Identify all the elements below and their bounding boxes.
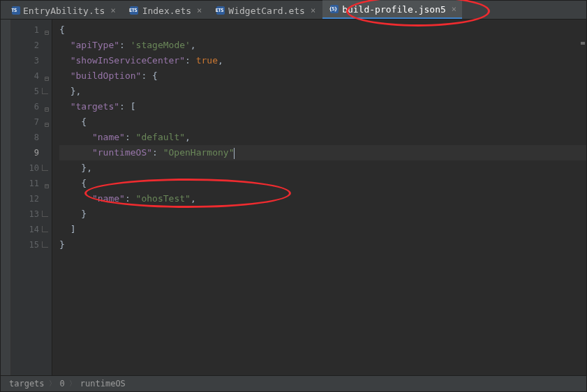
editor-tab[interactable]: ETSIndex.ets× <box>123 1 208 19</box>
code-line[interactable]: "showInServiceCenter": true, <box>59 53 586 68</box>
line-number[interactable]: 5 <box>11 84 52 99</box>
ets-file-icon: ETS <box>214 6 224 15</box>
editor-tab[interactable]: ETSWidgetCard.ets× <box>209 1 321 19</box>
editor-tab[interactable]: {5}build-profile.json5× <box>322 0 462 19</box>
breadcrumb-bar: targets 〉 0 〉 runtimeOS <box>1 375 586 391</box>
code-line[interactable]: "runtimeOS": "OpenHarmony" <box>59 145 586 160</box>
fold-end-icon <box>42 226 48 232</box>
chevron-right-icon: 〉 <box>49 379 56 389</box>
line-number[interactable]: 10 <box>11 160 52 176</box>
fold-end-icon <box>42 241 48 248</box>
left-edge-panel <box>1 20 11 375</box>
editor-gutter: 1⊟234⊟56⊟7⊟891011⊟12131415 <box>11 20 52 375</box>
line-number[interactable]: 8 <box>11 130 52 145</box>
code-line[interactable]: ] <box>59 222 586 237</box>
close-icon[interactable]: × <box>452 4 456 14</box>
close-icon[interactable]: × <box>197 6 202 15</box>
line-number[interactable]: 3 <box>11 53 52 68</box>
json5-file-icon: {5} <box>328 4 338 14</box>
line-number[interactable]: 4⊟ <box>11 68 52 84</box>
ets-file-icon: ETS <box>128 6 138 15</box>
code-line[interactable]: "buildOption": { <box>59 68 586 84</box>
tab-label: build-profile.json5 <box>342 4 446 15</box>
close-icon[interactable]: × <box>311 6 315 15</box>
code-line[interactable]: { <box>59 114 586 130</box>
ts-file-icon: TS <box>9 6 19 15</box>
breadcrumb-item[interactable]: 0 <box>60 379 65 389</box>
code-line[interactable]: "name": "ohosTest", <box>59 191 586 206</box>
code-line[interactable]: }, <box>59 84 586 99</box>
editor-tab-bar: TSEntryAbility.ts×ETSIndex.ets×ETSWidget… <box>1 1 586 20</box>
line-number[interactable]: 2 <box>11 38 52 53</box>
line-number[interactable]: 6⊟ <box>11 99 52 114</box>
line-number[interactable]: 1⊟ <box>11 22 52 38</box>
line-number[interactable]: 12 <box>11 191 52 206</box>
line-number[interactable]: 11⊟ <box>11 176 52 191</box>
editor-tab[interactable]: TSEntryAbility.ts× <box>3 1 121 19</box>
code-line[interactable]: } <box>59 237 586 252</box>
fold-end-icon <box>42 211 48 217</box>
line-number[interactable]: 7⊟ <box>11 114 52 130</box>
line-number[interactable]: 9 <box>11 145 52 160</box>
line-number[interactable]: 15 <box>11 237 52 252</box>
editor-main: 1⊟234⊟56⊟7⊟891011⊟12131415 { "apiType": … <box>1 20 586 375</box>
code-editor[interactable]: { "apiType": 'stageMode', "showInService… <box>52 20 586 375</box>
breadcrumb-item[interactable]: targets <box>9 379 45 389</box>
text-caret <box>234 148 235 159</box>
tab-label: EntryAbility.ts <box>23 6 105 16</box>
line-number[interactable]: 13 <box>11 206 52 222</box>
tab-label: Index.ets <box>142 6 191 16</box>
code-line[interactable]: { <box>59 176 586 191</box>
close-icon[interactable]: × <box>110 6 115 15</box>
ide-window: TSEntryAbility.ts×ETSIndex.ets×ETSWidget… <box>0 0 587 392</box>
code-line[interactable]: }, <box>59 160 586 176</box>
code-line[interactable]: } <box>59 206 586 222</box>
code-line[interactable]: "name": "default", <box>59 130 586 145</box>
chevron-right-icon: 〉 <box>69 379 76 389</box>
code-line[interactable]: "apiType": 'stageMode', <box>59 38 586 53</box>
fold-end-icon <box>42 88 48 94</box>
breadcrumb-item[interactable]: runtimeOS <box>80 379 126 389</box>
fold-end-icon <box>42 165 48 171</box>
code-line[interactable]: "targets": [ <box>59 99 586 114</box>
tab-label: WidgetCard.ets <box>228 6 305 16</box>
line-number[interactable]: 14 <box>11 222 52 237</box>
code-line[interactable]: { <box>59 22 586 38</box>
scrollbar-marker <box>581 42 585 45</box>
